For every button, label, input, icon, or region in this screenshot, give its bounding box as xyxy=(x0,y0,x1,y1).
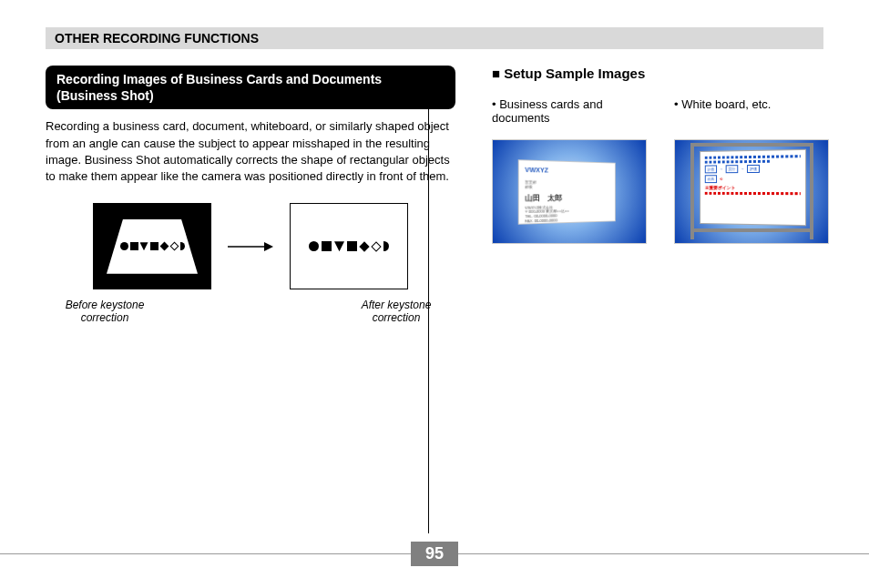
before-figure xyxy=(93,203,211,289)
sub-heading: ■ Setup Sample Images xyxy=(492,66,829,81)
left-column: Recording Images of Business Cards and D… xyxy=(46,66,455,324)
card-logo: VWXYZ xyxy=(525,166,609,174)
after-figure xyxy=(290,203,408,289)
svg-marker-1 xyxy=(264,242,273,251)
section-header: OTHER RECORDING FUNCTIONS xyxy=(46,27,823,49)
caption-before: Before keystone correction xyxy=(46,299,164,324)
sample1-image: VWXYZ 営業部部長 山田 太郎 VWXYZ株式会社 〒000-0000 東京… xyxy=(492,139,647,244)
page-number: 95 xyxy=(411,542,458,566)
right-column: ■ Setup Sample Images Business cards and… xyxy=(492,66,829,324)
sample2-image: 計画→実行→評価 改善⟲ ※重要ポイント xyxy=(674,139,829,244)
caption-after: After keystone correction xyxy=(337,299,455,324)
card-name: 山田 太郎 xyxy=(525,192,609,203)
sample1-label: Business cards and documents xyxy=(492,97,647,130)
topic-heading: Recording Images of Business Cards and D… xyxy=(46,66,455,109)
column-divider xyxy=(428,69,429,533)
page-footer: 95 xyxy=(0,542,869,566)
arrow-icon xyxy=(228,241,273,252)
shape-row-icon xyxy=(120,242,185,250)
sample2-label: White board, etc. xyxy=(674,97,829,130)
body-paragraph: Recording a business card, document, whi… xyxy=(46,118,455,185)
keystone-figure xyxy=(46,203,455,289)
